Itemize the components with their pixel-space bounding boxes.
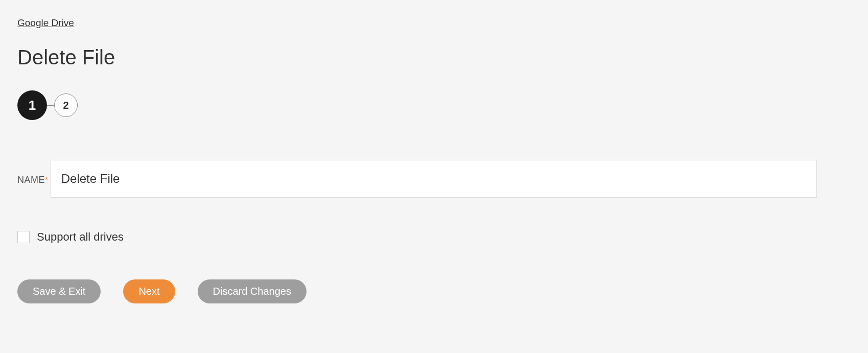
page-title: Delete File bbox=[17, 46, 851, 69]
step-1[interactable]: 1 bbox=[17, 90, 47, 120]
name-input[interactable] bbox=[51, 160, 817, 198]
support-all-drives-row: Support all drives bbox=[17, 230, 851, 244]
discard-changes-button[interactable]: Discard Changes bbox=[198, 279, 307, 303]
step-2[interactable]: 2 bbox=[54, 93, 78, 117]
next-button[interactable]: Next bbox=[123, 279, 175, 303]
breadcrumb-link[interactable]: Google Drive bbox=[17, 17, 74, 29]
name-field-label: NAME bbox=[17, 175, 45, 185]
step-connector bbox=[47, 105, 54, 106]
support-all-drives-label: Support all drives bbox=[37, 230, 124, 244]
required-asterisk-icon: * bbox=[45, 176, 48, 184]
button-row: Save & Exit Next Discard Changes bbox=[17, 279, 851, 303]
form-section: NAME* Support all drives bbox=[17, 151, 851, 244]
support-all-drives-checkbox[interactable] bbox=[17, 231, 30, 243]
save-exit-button[interactable]: Save & Exit bbox=[17, 279, 101, 303]
stepper: 1 2 bbox=[17, 90, 851, 120]
name-field-group: NAME* bbox=[17, 151, 851, 198]
